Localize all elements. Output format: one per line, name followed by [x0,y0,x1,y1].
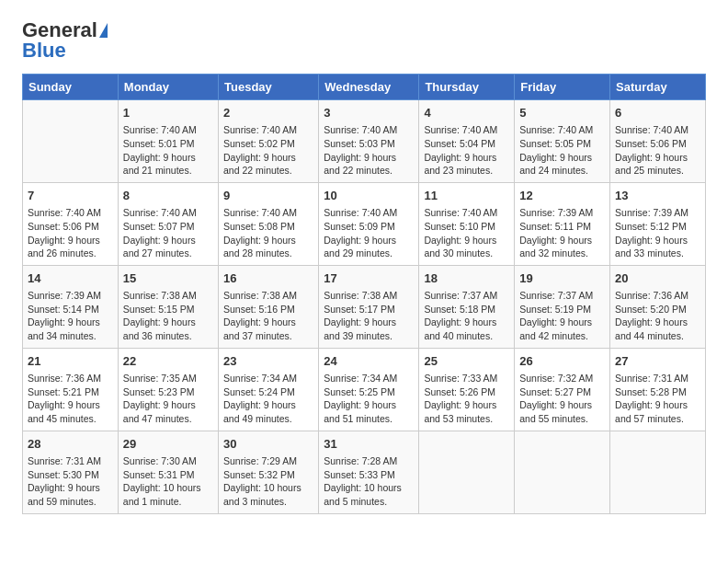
day-number: 18 [424,270,509,287]
calendar-cell: 19Sunrise: 7:37 AM Sunset: 5:19 PM Dayli… [515,265,610,348]
day-info: Sunrise: 7:39 AM Sunset: 5:11 PM Dayligh… [519,206,605,260]
day-info: Sunrise: 7:31 AM Sunset: 5:30 PM Dayligh… [28,454,113,509]
day-number: 30 [223,436,313,453]
day-info: Sunrise: 7:32 AM Sunset: 5:27 PM Dayligh… [519,372,605,426]
day-number: 29 [123,436,213,453]
calendar-cell: 7Sunrise: 7:40 AM Sunset: 5:06 PM Daylig… [23,182,119,265]
day-info: Sunrise: 7:40 AM Sunset: 5:06 PM Dayligh… [28,206,113,260]
day-number: 6 [615,105,700,121]
day-number: 23 [223,353,313,370]
day-number: 15 [123,270,213,287]
day-info: Sunrise: 7:29 AM Sunset: 5:32 PM Dayligh… [223,454,313,509]
day-info: Sunrise: 7:40 AM Sunset: 5:02 PM Dayligh… [223,123,313,178]
day-info: Sunrise: 7:38 AM Sunset: 5:16 PM Dayligh… [223,289,313,343]
day-info: Sunrise: 7:39 AM Sunset: 5:12 PM Dayligh… [615,206,700,260]
calendar-cell: 28Sunrise: 7:31 AM Sunset: 5:30 PM Dayli… [23,431,119,513]
calendar-cell: 6Sunrise: 7:40 AM Sunset: 5:06 PM Daylig… [610,100,706,183]
day-number: 3 [324,105,414,121]
calendar-cell: 1Sunrise: 7:40 AM Sunset: 5:01 PM Daylig… [118,100,218,183]
calendar-cell: 9Sunrise: 7:40 AM Sunset: 5:08 PM Daylig… [219,182,319,265]
calendar-cell: 26Sunrise: 7:32 AM Sunset: 5:27 PM Dayli… [515,348,610,431]
header-day-tuesday: Tuesday [219,75,319,100]
calendar-cell: 25Sunrise: 7:33 AM Sunset: 5:26 PM Dayli… [419,348,515,431]
calendar-cell [419,431,515,513]
day-info: Sunrise: 7:40 AM Sunset: 5:03 PM Dayligh… [324,123,414,178]
calendar-table: SundayMondayTuesdayWednesdayThursdayFrid… [22,74,706,514]
day-number: 27 [615,353,700,370]
day-number: 7 [28,188,113,204]
day-info: Sunrise: 7:40 AM Sunset: 5:10 PM Dayligh… [424,206,509,260]
logo-blue: Blue [22,39,66,63]
header-day-wednesday: Wednesday [319,75,419,100]
day-info: Sunrise: 7:40 AM Sunset: 5:09 PM Dayligh… [324,206,414,260]
calendar-cell: 10Sunrise: 7:40 AM Sunset: 5:09 PM Dayli… [319,182,419,265]
day-info: Sunrise: 7:40 AM Sunset: 5:08 PM Dayligh… [223,206,313,260]
day-info: Sunrise: 7:38 AM Sunset: 5:17 PM Dayligh… [324,289,414,343]
day-number: 20 [615,270,700,287]
day-number: 31 [324,436,414,453]
calendar-cell: 27Sunrise: 7:31 AM Sunset: 5:28 PM Dayli… [610,348,706,431]
calendar-week-row: 14Sunrise: 7:39 AM Sunset: 5:14 PM Dayli… [23,265,706,348]
day-number: 14 [28,270,113,287]
calendar-cell: 30Sunrise: 7:29 AM Sunset: 5:32 PM Dayli… [219,431,319,513]
calendar-cell [610,431,706,513]
calendar-cell [515,431,610,513]
day-number: 22 [123,353,213,370]
day-info: Sunrise: 7:37 AM Sunset: 5:18 PM Dayligh… [424,289,509,343]
day-info: Sunrise: 7:30 AM Sunset: 5:31 PM Dayligh… [123,454,213,509]
day-number: 11 [424,188,509,204]
calendar-week-row: 7Sunrise: 7:40 AM Sunset: 5:06 PM Daylig… [23,182,706,265]
day-number: 17 [324,270,414,287]
day-info: Sunrise: 7:36 AM Sunset: 5:21 PM Dayligh… [28,372,113,426]
day-info: Sunrise: 7:37 AM Sunset: 5:19 PM Dayligh… [519,289,605,343]
calendar-cell: 22Sunrise: 7:35 AM Sunset: 5:23 PM Dayli… [118,348,218,431]
day-number: 16 [223,270,313,287]
calendar-week-row: 1Sunrise: 7:40 AM Sunset: 5:01 PM Daylig… [23,100,706,183]
calendar-cell: 21Sunrise: 7:36 AM Sunset: 5:21 PM Dayli… [23,348,119,431]
calendar-cell: 23Sunrise: 7:34 AM Sunset: 5:24 PM Dayli… [219,348,319,431]
calendar-cell: 17Sunrise: 7:38 AM Sunset: 5:17 PM Dayli… [319,265,419,348]
calendar-cell [23,100,119,183]
day-number: 5 [519,105,605,121]
calendar-header-row: SundayMondayTuesdayWednesdayThursdayFrid… [23,75,706,100]
day-info: Sunrise: 7:40 AM Sunset: 5:04 PM Dayligh… [424,123,509,178]
day-info: Sunrise: 7:34 AM Sunset: 5:24 PM Dayligh… [223,372,313,426]
day-number: 13 [615,188,700,204]
day-number: 21 [28,353,113,370]
calendar-cell: 2Sunrise: 7:40 AM Sunset: 5:02 PM Daylig… [219,100,319,183]
calendar-cell: 8Sunrise: 7:40 AM Sunset: 5:07 PM Daylig… [118,182,218,265]
day-number: 2 [223,105,313,121]
day-info: Sunrise: 7:38 AM Sunset: 5:15 PM Dayligh… [123,289,213,343]
day-number: 4 [424,105,509,121]
header-day-sunday: Sunday [23,75,119,100]
calendar-cell: 16Sunrise: 7:38 AM Sunset: 5:16 PM Dayli… [219,265,319,348]
logo: General Blue [22,18,108,63]
header-day-friday: Friday [515,75,610,100]
calendar-week-row: 28Sunrise: 7:31 AM Sunset: 5:30 PM Dayli… [23,431,706,513]
day-info: Sunrise: 7:40 AM Sunset: 5:01 PM Dayligh… [123,123,213,178]
day-info: Sunrise: 7:40 AM Sunset: 5:07 PM Dayligh… [123,206,213,260]
day-number: 1 [123,105,213,121]
calendar-cell: 24Sunrise: 7:34 AM Sunset: 5:25 PM Dayli… [319,348,419,431]
day-info: Sunrise: 7:39 AM Sunset: 5:14 PM Dayligh… [28,289,113,343]
day-info: Sunrise: 7:28 AM Sunset: 5:33 PM Dayligh… [324,454,414,509]
day-info: Sunrise: 7:35 AM Sunset: 5:23 PM Dayligh… [123,372,213,426]
day-number: 12 [519,188,605,204]
day-number: 8 [123,188,213,204]
calendar-cell: 31Sunrise: 7:28 AM Sunset: 5:33 PM Dayli… [319,431,419,513]
calendar-cell: 14Sunrise: 7:39 AM Sunset: 5:14 PM Dayli… [23,265,119,348]
calendar-cell: 5Sunrise: 7:40 AM Sunset: 5:05 PM Daylig… [515,100,610,183]
day-info: Sunrise: 7:31 AM Sunset: 5:28 PM Dayligh… [615,372,700,426]
day-info: Sunrise: 7:40 AM Sunset: 5:06 PM Dayligh… [615,123,700,178]
calendar-cell: 12Sunrise: 7:39 AM Sunset: 5:11 PM Dayli… [515,182,610,265]
day-number: 19 [519,270,605,287]
day-number: 24 [324,353,414,370]
calendar-cell: 11Sunrise: 7:40 AM Sunset: 5:10 PM Dayli… [419,182,515,265]
calendar-cell: 29Sunrise: 7:30 AM Sunset: 5:31 PM Dayli… [118,431,218,513]
day-info: Sunrise: 7:34 AM Sunset: 5:25 PM Dayligh… [324,372,414,426]
day-number: 10 [324,188,414,204]
day-number: 25 [424,353,509,370]
calendar-cell: 18Sunrise: 7:37 AM Sunset: 5:18 PM Dayli… [419,265,515,348]
header-day-monday: Monday [118,75,218,100]
day-info: Sunrise: 7:40 AM Sunset: 5:05 PM Dayligh… [519,123,605,178]
